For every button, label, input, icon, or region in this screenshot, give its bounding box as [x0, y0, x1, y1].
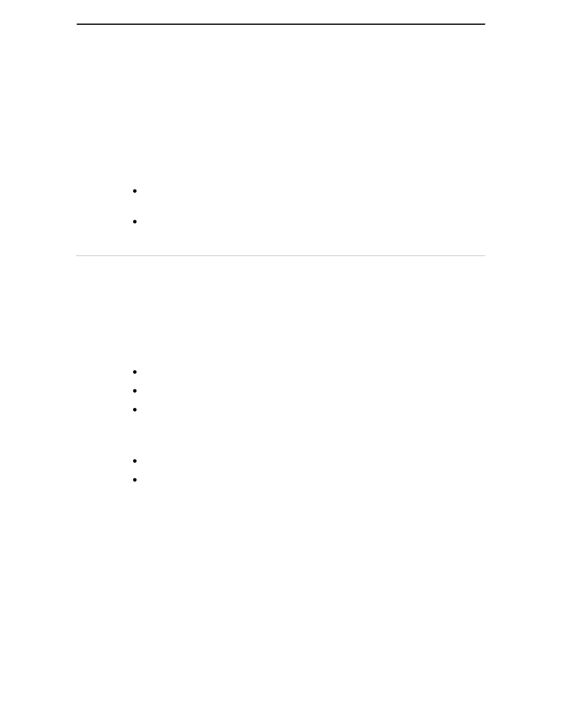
- list-item: [133, 185, 485, 196]
- bullet-list-2a: [133, 365, 485, 415]
- list-item: [133, 454, 485, 466]
- section-2: [77, 365, 485, 485]
- bullet-list-2b: [133, 454, 485, 485]
- list-item: [133, 473, 485, 485]
- list-item: [133, 384, 485, 396]
- list-item: [133, 215, 485, 227]
- spacer: [77, 422, 485, 454]
- list-item: [133, 403, 485, 415]
- header-rule: [77, 24, 485, 25]
- list-item: [133, 365, 485, 377]
- document-page: [0, 0, 562, 516]
- section-divider: [77, 255, 485, 256]
- section-1: [77, 185, 485, 227]
- bullet-list-1: [133, 185, 485, 227]
